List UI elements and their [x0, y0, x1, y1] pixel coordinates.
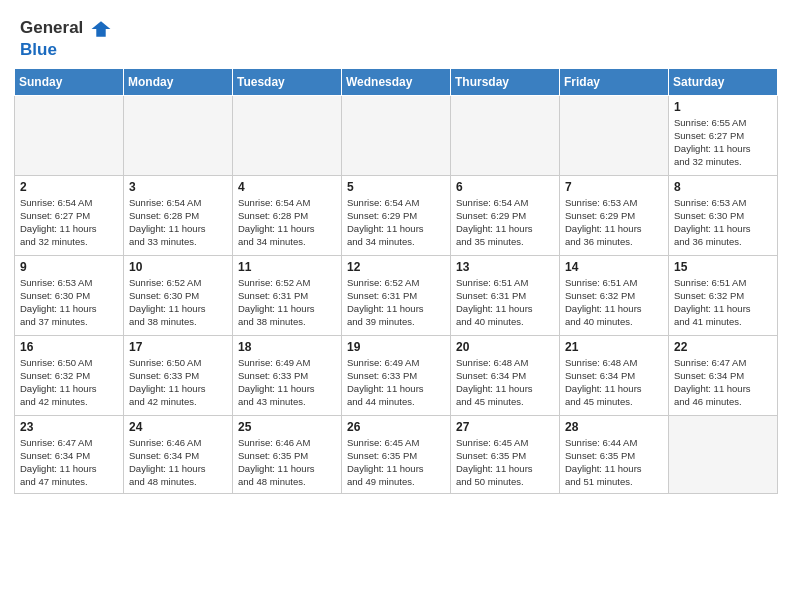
svg-marker-0 — [92, 21, 111, 37]
day-info: Sunrise: 6:52 AM Sunset: 6:31 PM Dayligh… — [238, 276, 336, 329]
day-number: 28 — [565, 420, 663, 434]
day-info: Sunrise: 6:45 AM Sunset: 6:35 PM Dayligh… — [456, 436, 554, 489]
day-number: 23 — [20, 420, 118, 434]
day-number: 12 — [347, 260, 445, 274]
page: General Blue SundayMondayTuesdayWednesda… — [0, 0, 792, 612]
calendar-cell: 7Sunrise: 6:53 AM Sunset: 6:29 PM Daylig… — [560, 175, 669, 255]
day-number: 6 — [456, 180, 554, 194]
weekday-header-thursday: Thursday — [451, 68, 560, 95]
day-info: Sunrise: 6:51 AM Sunset: 6:32 PM Dayligh… — [674, 276, 772, 329]
calendar-header-row: SundayMondayTuesdayWednesdayThursdayFrid… — [15, 68, 778, 95]
weekday-header-saturday: Saturday — [669, 68, 778, 95]
calendar-cell: 20Sunrise: 6:48 AM Sunset: 6:34 PM Dayli… — [451, 335, 560, 415]
calendar-cell: 26Sunrise: 6:45 AM Sunset: 6:35 PM Dayli… — [342, 415, 451, 493]
day-number: 2 — [20, 180, 118, 194]
calendar-cell: 13Sunrise: 6:51 AM Sunset: 6:31 PM Dayli… — [451, 255, 560, 335]
day-info: Sunrise: 6:46 AM Sunset: 6:34 PM Dayligh… — [129, 436, 227, 489]
day-info: Sunrise: 6:52 AM Sunset: 6:31 PM Dayligh… — [347, 276, 445, 329]
calendar-cell: 21Sunrise: 6:48 AM Sunset: 6:34 PM Dayli… — [560, 335, 669, 415]
calendar-cell: 24Sunrise: 6:46 AM Sunset: 6:34 PM Dayli… — [124, 415, 233, 493]
day-number: 4 — [238, 180, 336, 194]
day-info: Sunrise: 6:54 AM Sunset: 6:28 PM Dayligh… — [129, 196, 227, 249]
day-info: Sunrise: 6:45 AM Sunset: 6:35 PM Dayligh… — [347, 436, 445, 489]
day-number: 11 — [238, 260, 336, 274]
calendar-cell: 3Sunrise: 6:54 AM Sunset: 6:28 PM Daylig… — [124, 175, 233, 255]
day-info: Sunrise: 6:52 AM Sunset: 6:30 PM Dayligh… — [129, 276, 227, 329]
day-info: Sunrise: 6:50 AM Sunset: 6:33 PM Dayligh… — [129, 356, 227, 409]
day-info: Sunrise: 6:48 AM Sunset: 6:34 PM Dayligh… — [565, 356, 663, 409]
logo-bird-icon — [90, 18, 112, 40]
weekday-header-monday: Monday — [124, 68, 233, 95]
day-number: 26 — [347, 420, 445, 434]
weekday-header-friday: Friday — [560, 68, 669, 95]
day-number: 5 — [347, 180, 445, 194]
day-info: Sunrise: 6:51 AM Sunset: 6:31 PM Dayligh… — [456, 276, 554, 329]
calendar-cell: 15Sunrise: 6:51 AM Sunset: 6:32 PM Dayli… — [669, 255, 778, 335]
day-number: 21 — [565, 340, 663, 354]
day-info: Sunrise: 6:53 AM Sunset: 6:30 PM Dayligh… — [674, 196, 772, 249]
day-number: 8 — [674, 180, 772, 194]
calendar-cell: 23Sunrise: 6:47 AM Sunset: 6:34 PM Dayli… — [15, 415, 124, 493]
day-info: Sunrise: 6:48 AM Sunset: 6:34 PM Dayligh… — [456, 356, 554, 409]
calendar-week-row: 2Sunrise: 6:54 AM Sunset: 6:27 PM Daylig… — [15, 175, 778, 255]
day-info: Sunrise: 6:54 AM Sunset: 6:28 PM Dayligh… — [238, 196, 336, 249]
day-number: 16 — [20, 340, 118, 354]
weekday-header-wednesday: Wednesday — [342, 68, 451, 95]
calendar-cell: 8Sunrise: 6:53 AM Sunset: 6:30 PM Daylig… — [669, 175, 778, 255]
day-number: 17 — [129, 340, 227, 354]
calendar-cell: 27Sunrise: 6:45 AM Sunset: 6:35 PM Dayli… — [451, 415, 560, 493]
calendar-week-row: 23Sunrise: 6:47 AM Sunset: 6:34 PM Dayli… — [15, 415, 778, 493]
day-number: 22 — [674, 340, 772, 354]
day-number: 27 — [456, 420, 554, 434]
day-info: Sunrise: 6:54 AM Sunset: 6:27 PM Dayligh… — [20, 196, 118, 249]
day-info: Sunrise: 6:54 AM Sunset: 6:29 PM Dayligh… — [456, 196, 554, 249]
calendar-cell: 9Sunrise: 6:53 AM Sunset: 6:30 PM Daylig… — [15, 255, 124, 335]
calendar-week-row: 16Sunrise: 6:50 AM Sunset: 6:32 PM Dayli… — [15, 335, 778, 415]
day-number: 9 — [20, 260, 118, 274]
day-info: Sunrise: 6:53 AM Sunset: 6:29 PM Dayligh… — [565, 196, 663, 249]
day-number: 18 — [238, 340, 336, 354]
day-info: Sunrise: 6:55 AM Sunset: 6:27 PM Dayligh… — [674, 116, 772, 169]
calendar-cell: 12Sunrise: 6:52 AM Sunset: 6:31 PM Dayli… — [342, 255, 451, 335]
day-number: 14 — [565, 260, 663, 274]
day-info: Sunrise: 6:53 AM Sunset: 6:30 PM Dayligh… — [20, 276, 118, 329]
calendar-cell: 2Sunrise: 6:54 AM Sunset: 6:27 PM Daylig… — [15, 175, 124, 255]
calendar-cell: 10Sunrise: 6:52 AM Sunset: 6:30 PM Dayli… — [124, 255, 233, 335]
calendar-cell — [342, 95, 451, 175]
day-number: 20 — [456, 340, 554, 354]
calendar-cell — [124, 95, 233, 175]
day-number: 19 — [347, 340, 445, 354]
calendar-cell: 16Sunrise: 6:50 AM Sunset: 6:32 PM Dayli… — [15, 335, 124, 415]
calendar-cell: 5Sunrise: 6:54 AM Sunset: 6:29 PM Daylig… — [342, 175, 451, 255]
day-info: Sunrise: 6:49 AM Sunset: 6:33 PM Dayligh… — [238, 356, 336, 409]
day-info: Sunrise: 6:49 AM Sunset: 6:33 PM Dayligh… — [347, 356, 445, 409]
logo: General Blue — [20, 18, 112, 60]
day-number: 25 — [238, 420, 336, 434]
calendar-cell: 25Sunrise: 6:46 AM Sunset: 6:35 PM Dayli… — [233, 415, 342, 493]
calendar-week-row: 1Sunrise: 6:55 AM Sunset: 6:27 PM Daylig… — [15, 95, 778, 175]
calendar-cell: 14Sunrise: 6:51 AM Sunset: 6:32 PM Dayli… — [560, 255, 669, 335]
calendar-cell: 1Sunrise: 6:55 AM Sunset: 6:27 PM Daylig… — [669, 95, 778, 175]
calendar-cell — [15, 95, 124, 175]
day-info: Sunrise: 6:46 AM Sunset: 6:35 PM Dayligh… — [238, 436, 336, 489]
calendar-cell: 18Sunrise: 6:49 AM Sunset: 6:33 PM Dayli… — [233, 335, 342, 415]
day-number: 10 — [129, 260, 227, 274]
day-number: 24 — [129, 420, 227, 434]
day-info: Sunrise: 6:50 AM Sunset: 6:32 PM Dayligh… — [20, 356, 118, 409]
calendar-cell — [233, 95, 342, 175]
day-info: Sunrise: 6:47 AM Sunset: 6:34 PM Dayligh… — [20, 436, 118, 489]
day-number: 15 — [674, 260, 772, 274]
calendar-week-row: 9Sunrise: 6:53 AM Sunset: 6:30 PM Daylig… — [15, 255, 778, 335]
day-info: Sunrise: 6:44 AM Sunset: 6:35 PM Dayligh… — [565, 436, 663, 489]
day-number: 1 — [674, 100, 772, 114]
calendar-cell: 28Sunrise: 6:44 AM Sunset: 6:35 PM Dayli… — [560, 415, 669, 493]
calendar-table: SundayMondayTuesdayWednesdayThursdayFrid… — [14, 68, 778, 494]
day-number: 3 — [129, 180, 227, 194]
day-number: 13 — [456, 260, 554, 274]
logo-blue: Blue — [20, 40, 112, 60]
weekday-header-tuesday: Tuesday — [233, 68, 342, 95]
calendar-cell: 6Sunrise: 6:54 AM Sunset: 6:29 PM Daylig… — [451, 175, 560, 255]
calendar-cell — [451, 95, 560, 175]
calendar-cell — [669, 415, 778, 493]
day-info: Sunrise: 6:47 AM Sunset: 6:34 PM Dayligh… — [674, 356, 772, 409]
